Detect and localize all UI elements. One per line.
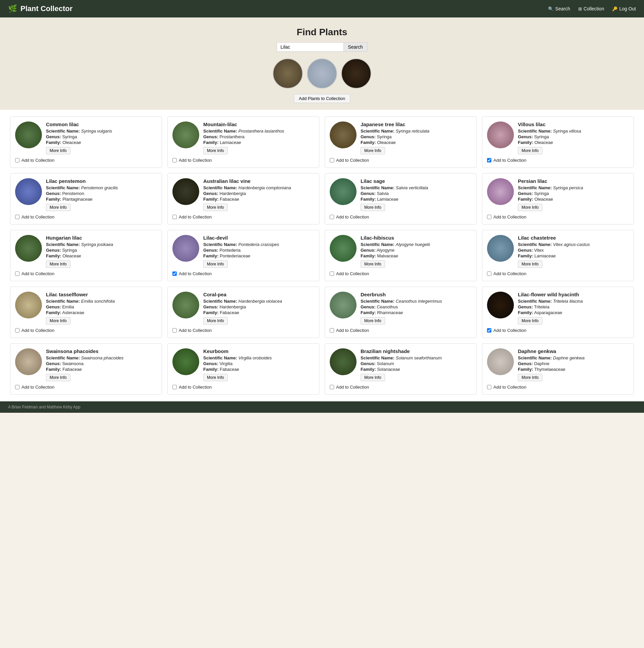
add-to-collection-checkbox[interactable] <box>330 215 334 219</box>
more-info-button[interactable]: More Info <box>203 204 228 211</box>
add-to-collection-check: Add to Collection <box>15 158 157 163</box>
add-plants-to-collection-button[interactable]: Add Plants to Collection <box>294 94 350 103</box>
plant-card-header: Deerbrush Scientific Name: Ceanothus int… <box>330 292 472 325</box>
plant-card: Lilac sage Scientific Name: Salvia verti… <box>325 173 477 225</box>
add-to-collection-checkbox[interactable] <box>487 215 491 219</box>
add-to-collection-check: Add to Collection <box>15 328 157 333</box>
nav-collection-link[interactable]: ⊞ Collection <box>578 6 604 11</box>
plant-genus: Genus: Pontederia <box>203 248 314 253</box>
add-to-collection-checkbox[interactable] <box>172 328 177 333</box>
add-to-collection-checkbox[interactable] <box>487 385 491 389</box>
more-info-button[interactable]: More Info <box>203 374 228 381</box>
more-info-button[interactable]: More Info <box>361 204 385 211</box>
collection-icon: ⊞ <box>578 6 582 11</box>
nav-logout-link[interactable]: 🔑 Log Out <box>612 6 636 11</box>
plant-family: Family: Plantaginaceae <box>46 197 157 202</box>
plant-name: Coral-pea <box>203 292 314 297</box>
plant-card-header: Keurboom Scientific Name: Virgilia orobo… <box>172 348 314 381</box>
plant-thumbnail <box>330 121 357 148</box>
nav-search-link[interactable]: 🔍 Search <box>548 6 570 11</box>
more-info-button[interactable]: More Info <box>46 204 70 211</box>
add-to-collection-checkbox[interactable] <box>487 328 491 333</box>
add-to-collection-label: Add to Collection <box>493 158 526 163</box>
add-to-collection-checkbox[interactable] <box>15 385 19 389</box>
add-to-collection-checkbox[interactable] <box>330 328 334 333</box>
more-info-button[interactable]: More Info <box>46 317 70 325</box>
plant-name: Hungarian lilac <box>46 235 157 241</box>
plant-card-header: Lilac tasselflower Scientific Name: Emil… <box>15 292 157 325</box>
add-to-collection-checkbox[interactable] <box>330 271 334 276</box>
plant-thumbnail <box>172 235 199 262</box>
plant-info: Brazilian nightshade Scientific Name: So… <box>361 348 472 381</box>
plant-card-header: Persian lilac Scientific Name: Syringa p… <box>487 178 629 211</box>
plant-name: Lilac tasselflower <box>46 292 157 297</box>
plant-card: Swainsona phacoides Scientific Name: Swa… <box>10 343 162 395</box>
plant-card-header: Lilac-hibiscus Scientific Name: Alyogyne… <box>330 235 472 268</box>
add-to-collection-checkbox[interactable] <box>172 215 177 219</box>
more-info-button[interactable]: More Info <box>361 260 385 268</box>
plant-family: Family: Thymelaeaceae <box>518 367 629 372</box>
more-info-button[interactable]: More Info <box>361 147 385 154</box>
add-to-collection-checkbox[interactable] <box>487 271 491 276</box>
plant-thumbnail <box>487 178 514 205</box>
plant-genus: Genus: Swainsona <box>46 361 157 366</box>
plant-card: Villous lilac Scientific Name: Syringa v… <box>482 116 634 168</box>
plant-thumbnail <box>487 235 514 262</box>
plant-family: Family: Asteraceae <box>46 310 157 315</box>
add-to-collection-checkbox[interactable] <box>172 158 177 162</box>
more-info-button[interactable]: More Info <box>203 147 228 154</box>
add-to-collection-checkbox[interactable] <box>487 158 491 162</box>
more-info-button[interactable]: More Info <box>203 260 228 268</box>
more-info-button[interactable]: More Info <box>518 374 542 381</box>
add-to-collection-label: Add to Collection <box>493 214 526 219</box>
plant-family: Family: Fabaceae <box>203 197 314 202</box>
plant-card-header: Australian lilac vine Scientific Name: H… <box>172 178 314 211</box>
more-info-button[interactable]: More Info <box>361 374 385 381</box>
plant-genus: Genus: Penstemon <box>46 191 157 196</box>
plant-name: Japanese tree lilac <box>361 121 472 127</box>
add-to-collection-check: Add to Collection <box>172 271 314 276</box>
more-info-button[interactable]: More Info <box>46 147 70 154</box>
add-to-collection-label: Add to Collection <box>179 385 212 390</box>
plant-name: Lilac penstemon <box>46 178 157 184</box>
plant-family: Family: Oleaceae <box>518 197 629 202</box>
add-to-collection-checkbox[interactable] <box>15 271 19 276</box>
plant-genus: Genus: Salvia <box>361 191 472 196</box>
add-to-collection-check: Add to Collection <box>172 158 314 163</box>
plant-name: Lilac chastetree <box>518 235 629 241</box>
plant-card-header: Villous lilac Scientific Name: Syringa v… <box>487 121 629 154</box>
plant-info: Mountain-lilac Scientific Name: Prostant… <box>203 121 314 154</box>
plant-scientific-name: Scientific Name: Hardenbergia violacea <box>203 299 314 304</box>
search-input[interactable] <box>277 42 344 52</box>
plant-card: Brazilian nightshade Scientific Name: So… <box>325 343 477 395</box>
add-to-collection-checkbox[interactable] <box>15 158 19 162</box>
more-info-button[interactable]: More Info <box>518 317 542 325</box>
plant-info: Common lilac Scientific Name: Syringa vu… <box>46 121 157 154</box>
more-info-button[interactable]: More Info <box>361 317 385 325</box>
more-info-button[interactable]: More Info <box>203 317 228 325</box>
plant-info: Lilac-hibiscus Scientific Name: Alyogyne… <box>361 235 472 268</box>
add-to-collection-label: Add to Collection <box>21 214 54 219</box>
more-info-button[interactable]: More Info <box>46 260 70 268</box>
plant-genus: Genus: Daphne <box>518 361 629 366</box>
add-to-collection-checkbox[interactable] <box>330 158 334 162</box>
add-to-collection-checkbox[interactable] <box>172 385 177 389</box>
more-info-button[interactable]: More Info <box>518 204 542 211</box>
more-info-button[interactable]: More Info <box>518 260 542 268</box>
search-icon: 🔍 <box>548 6 553 11</box>
plant-card: Keurboom Scientific Name: Virgilia orobo… <box>167 343 319 395</box>
search-button[interactable]: Search <box>344 42 367 52</box>
add-to-collection-checkbox[interactable] <box>330 385 334 389</box>
plant-genus: Genus: Syringa <box>518 191 629 196</box>
more-info-button[interactable]: More Info <box>518 147 542 154</box>
add-to-collection-check: Add to Collection <box>172 328 314 333</box>
navbar: 🌿 Plant Collector 🔍 Search ⊞ Collection … <box>0 0 644 17</box>
plants-grid: Common lilac Scientific Name: Syringa vu… <box>10 116 634 395</box>
plant-family: Family: Rhamnaceae <box>361 310 472 315</box>
add-to-collection-checkbox[interactable] <box>172 271 177 276</box>
add-to-collection-check: Add to Collection <box>487 385 629 390</box>
more-info-button[interactable]: More Info <box>46 374 70 381</box>
plant-info: Japanese tree lilac Scientific Name: Syr… <box>361 121 472 154</box>
add-to-collection-checkbox[interactable] <box>15 215 19 219</box>
add-to-collection-checkbox[interactable] <box>15 328 19 333</box>
